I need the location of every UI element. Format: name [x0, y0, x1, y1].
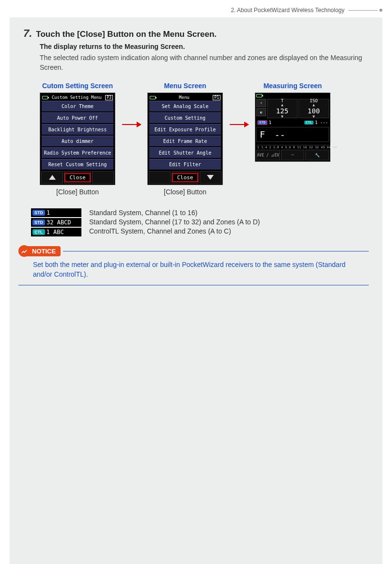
menu-screen-device: Menu P1 Set Analog Scale Custom Setting …	[147, 93, 223, 185]
arrow-2	[230, 82, 248, 167]
mode-icon[interactable]: ◐	[256, 108, 266, 116]
menu-item[interactable]: Edit Shutter Angle	[149, 147, 221, 158]
dome-icon[interactable]: ◠	[281, 150, 305, 160]
menu-item[interactable]: Auto Power Off	[41, 112, 114, 124]
aperture-scale: 1 1.4 2 2.8 4 5.6 8 11 16 22 32 45 64 90	[256, 145, 329, 149]
menu-item[interactable]: Custom Setting	[149, 112, 221, 124]
legend-badge-row: STD 1	[31, 208, 81, 217]
scroll-down-button[interactable]	[200, 171, 221, 184]
header-section-text: 2. About PocketWizard Wireless Technolog…	[231, 7, 345, 14]
menu-item[interactable]: Reset Custom Setting	[41, 159, 114, 170]
step-subtitle: The display returns to the Measuring Scr…	[40, 43, 369, 50]
close-button[interactable]: Close	[172, 173, 198, 182]
header-dot	[379, 9, 382, 12]
empty-cell	[92, 171, 114, 184]
ave-ev-button[interactable]: AVE / ⊿EV	[256, 150, 280, 160]
scroll-up-button[interactable]	[41, 171, 63, 184]
chevron-up-icon: ▲	[281, 103, 283, 107]
ctl-tag: CTL	[32, 229, 45, 235]
menu-item[interactable]: Set Analog Scale	[149, 101, 221, 112]
custom-screen-label: Cutom Setting Screen	[40, 82, 115, 90]
notice-icon	[18, 245, 30, 257]
page-body: 7. Touch the [Close] Button on the Menu …	[10, 17, 382, 564]
close-button-cell: Close	[172, 171, 198, 184]
menu-screen-col: Menu Screen Menu P1 Set Analog Scale Cus…	[147, 82, 223, 196]
header-breadcrumb: 2. About PocketWizard Wireless Technolog…	[0, 0, 392, 17]
close-caption: [Close] Button	[147, 188, 223, 196]
step-heading: 7. Touch the [Close] Button on the Menu …	[23, 27, 369, 40]
chevron-down-icon: ▼	[281, 115, 283, 119]
radio-indicator-row: STD 1 CTL 1 ---	[256, 119, 329, 126]
chevron-down-icon: ▼	[313, 115, 315, 119]
arrow-right-icon	[230, 124, 248, 125]
close-button[interactable]: Close	[64, 173, 90, 182]
measuring-top-row: ⚡ ◐ T ▲ 125 ▼ ISO ▲ 100 ▼	[256, 99, 329, 118]
menu-item[interactable]: Radio System Preference	[41, 147, 114, 158]
shutter-box[interactable]: T ▲ 125 ▼	[267, 99, 298, 118]
legend-badge-row: CTL 1 ABC	[31, 228, 81, 236]
custom-screen-title: Custom Setting Menu	[52, 95, 102, 100]
legend-badge-row: STD 32 ABCD	[31, 218, 81, 227]
menu-item[interactable]: Backlight Brightness	[41, 124, 114, 135]
close-button-cell: Close	[64, 171, 91, 184]
menu-screen-topbar: Menu P1	[149, 94, 221, 101]
chevron-down-icon	[207, 175, 214, 180]
ctl-badge: CTL	[304, 121, 314, 125]
legend-badge-text: 32 ABCD	[47, 219, 71, 226]
legend-desc: ControlTL System, Channel and Zones (A t…	[89, 227, 260, 236]
menu-screen-title: Menu	[179, 95, 189, 100]
notice-body: Set both the meter and plug-in external …	[18, 251, 369, 285]
battery-icon	[150, 96, 156, 99]
legend-text-col: Standard System, Channel (1 to 16) Stand…	[89, 208, 260, 236]
chevron-up-icon	[49, 175, 56, 180]
custom-screen-topbar: Custom Setting Menu P3	[41, 94, 114, 101]
measuring-screen-device: ⚡ ◐ T ▲ 125 ▼ ISO ▲ 100 ▼	[255, 93, 330, 162]
menu-item[interactable]: Edit Frame Rate	[149, 136, 221, 147]
f-label: F	[260, 129, 265, 140]
arrow-right-icon	[122, 124, 141, 125]
legend-badges-col: STD 1 STD 32 ABCD CTL 1 ABC	[31, 208, 81, 236]
menu-item[interactable]: Edit Filter	[149, 159, 221, 170]
legend-desc: Standard System, Channel (17 to 32) and …	[89, 218, 260, 227]
std-channel: 1	[269, 120, 271, 125]
notice-badge: NOTICE	[18, 245, 61, 257]
menu-bottom-bar: Close	[149, 171, 221, 184]
ctl-channel: 1 ---	[315, 120, 328, 125]
custom-screen-page: P3	[105, 95, 113, 100]
measuring-bottom-bar: AVE / ⊿EV ◠ 🔧	[256, 150, 329, 160]
battery-icon	[42, 96, 48, 99]
custom-screen-device: Custom Setting Menu P3 Color Theme Auto …	[40, 93, 115, 185]
wrench-icon[interactable]: 🔧	[305, 150, 329, 160]
shutter-value: 125	[276, 107, 288, 115]
flash-icon[interactable]: ⚡	[256, 99, 266, 107]
header-rule	[348, 10, 377, 11]
screens-row: Cutom Setting Screen Custom Setting Menu…	[40, 82, 369, 196]
legend-badge-text: 1	[47, 209, 50, 216]
custom-bottom-bar: Close	[41, 171, 114, 184]
menu-screen-label: Menu Screen	[147, 82, 223, 90]
notice-box: NOTICE Set both the meter and plug-in ex…	[18, 251, 369, 285]
iso-value: 100	[308, 107, 320, 115]
step-body: The selected radio system indication alo…	[40, 53, 369, 72]
iso-box[interactable]: ISO ▲ 100 ▼	[298, 99, 329, 118]
battery-icon	[256, 94, 262, 97]
step-title: Touch the [Close] Button on the Menu Scr…	[36, 30, 217, 39]
aperture-row: F --	[256, 127, 329, 142]
std-badge: STD	[257, 120, 267, 125]
arrow-1	[122, 82, 141, 167]
menu-screen-page: P1	[213, 95, 220, 100]
legend: STD 1 STD 32 ABCD CTL 1 ABC Standard Sys…	[31, 208, 369, 236]
std-tag: STD	[32, 210, 45, 216]
chevron-up-icon: ▲	[313, 103, 315, 107]
custom-setting-screen-col: Cutom Setting Screen Custom Setting Menu…	[40, 82, 115, 196]
empty-cell	[149, 171, 171, 184]
menu-item[interactable]: Edit Exposure Profile	[149, 124, 221, 135]
menu-item[interactable]: Color Theme	[41, 101, 114, 112]
menu-item[interactable]: Auto dimmer	[41, 136, 114, 147]
f-value: --	[275, 129, 285, 140]
legend-badge-text: 1 ABC	[47, 229, 64, 235]
std-tag: STD	[32, 219, 45, 225]
measuring-screen-label: Measuring Screen	[255, 82, 330, 90]
legend-desc: Standard System, Channel (1 to 16)	[89, 208, 260, 218]
notice-rule-bottom	[18, 285, 369, 285]
